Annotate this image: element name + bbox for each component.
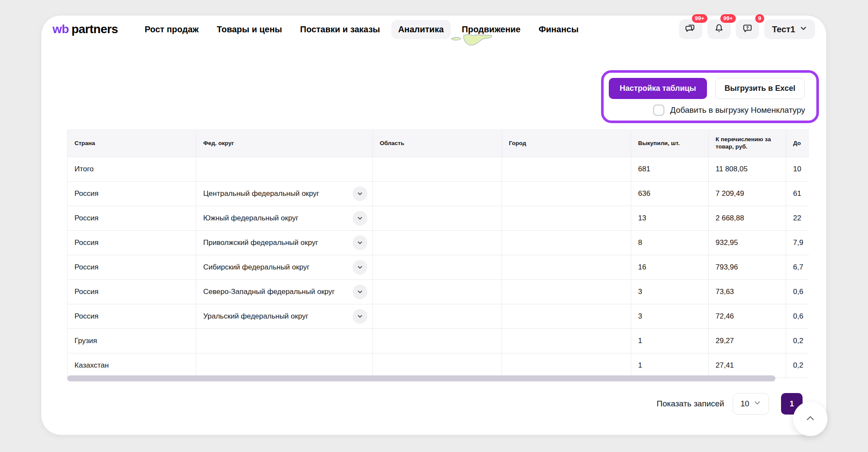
cell-transfer: 11 808,05 bbox=[709, 157, 786, 181]
cell-bought: 1 bbox=[631, 329, 709, 353]
cell-oblast bbox=[373, 280, 502, 304]
cell-share: 10 bbox=[786, 157, 809, 181]
col-header-oblast[interactable]: Область bbox=[373, 130, 502, 157]
cell-city bbox=[502, 231, 631, 255]
expand-row-button[interactable] bbox=[353, 309, 367, 324]
cell-transfer: 27,41 bbox=[709, 353, 786, 378]
cell-city bbox=[502, 157, 631, 181]
wb-partners-logo[interactable]: wbpartners bbox=[53, 22, 118, 36]
expand-row-button[interactable] bbox=[353, 285, 367, 299]
export-excel-button[interactable]: Выгрузить в Excel bbox=[715, 78, 805, 99]
col-header-district[interactable]: Фед. округ bbox=[196, 130, 373, 157]
account-menu-button[interactable]: Тест1 bbox=[764, 19, 815, 39]
table-row: Россия Южный федеральный округ 13 2 668,… bbox=[67, 206, 809, 231]
chat-icon bbox=[685, 23, 696, 36]
cell-share: 7,9 bbox=[786, 231, 809, 255]
expand-row-button[interactable] bbox=[353, 186, 367, 201]
export-nomenclature-row: Добавить в выгрузку Номенклатуру bbox=[609, 105, 810, 116]
table-settings-button[interactable]: Настройка таблицы bbox=[609, 78, 707, 99]
cell-district: Приволжский федеральный округ bbox=[196, 231, 373, 255]
col-header-country[interactable]: Страна bbox=[67, 130, 196, 157]
cell-district bbox=[196, 353, 373, 378]
cell-oblast bbox=[373, 353, 502, 378]
nav-items: Рост продаж Товары и цены Поставки и зак… bbox=[138, 20, 586, 39]
cell-share: 6,7 bbox=[786, 255, 809, 279]
cell-bought: 681 bbox=[631, 157, 709, 181]
expand-row-button[interactable] bbox=[353, 235, 367, 250]
cell-bought: 13 bbox=[631, 206, 709, 230]
cell-bought: 3 bbox=[631, 304, 709, 328]
page-size-value: 10 bbox=[741, 399, 749, 409]
cell-oblast bbox=[373, 304, 502, 328]
toolbar-buttons: Настройка таблицы Выгрузить в Excel bbox=[609, 78, 810, 99]
table-toolbar-panel: Настройка таблицы Выгрузить в Excel Доба… bbox=[601, 70, 819, 123]
nav-right-actions: 99+ 99+ ? 9 bbox=[679, 19, 815, 39]
nav-item-sales-growth[interactable]: Рост продаж bbox=[138, 20, 206, 39]
cell-oblast bbox=[373, 329, 502, 353]
cell-share: 0,6 bbox=[786, 304, 809, 328]
cell-oblast bbox=[373, 255, 502, 279]
col-header-transfer[interactable]: К перечислению за товар, руб. bbox=[709, 130, 786, 157]
cell-district bbox=[196, 329, 373, 353]
col-header-city[interactable]: Город bbox=[502, 130, 631, 157]
page-size-select[interactable]: 10 bbox=[733, 393, 769, 415]
cell-city bbox=[502, 304, 631, 328]
nav-item-goods-prices[interactable]: Товары и цены bbox=[210, 20, 289, 39]
notifications-button[interactable]: 99+ bbox=[707, 19, 731, 39]
district-label: Центральный федеральный округ bbox=[203, 189, 319, 198]
cell-transfer: 793,96 bbox=[709, 255, 786, 279]
cell-city bbox=[502, 255, 631, 279]
pagination-footer: Показать записей 10 1 bbox=[657, 393, 803, 415]
cell-bought: 8 bbox=[631, 231, 709, 255]
cell-transfer: 932,95 bbox=[709, 231, 786, 255]
table-row: Россия Северо-Западный федеральный округ… bbox=[67, 280, 809, 304]
cell-country: Россия bbox=[67, 182, 196, 206]
cell-district: Сибирский федеральный округ bbox=[196, 255, 373, 279]
chat-button[interactable]: 99+ bbox=[679, 19, 702, 39]
svg-text:?: ? bbox=[746, 26, 749, 31]
geography-table: Страна Фед. округ Область Город Выкупили… bbox=[67, 130, 809, 378]
table-row: Казахстан 1 27,41 0,2 bbox=[67, 353, 809, 378]
nav-item-finances[interactable]: Финансы bbox=[532, 20, 586, 39]
main-card: wbpartners Рост продаж Товары и цены Пос… bbox=[41, 15, 827, 435]
col-header-bought[interactable]: Выкупили, шт. bbox=[631, 130, 709, 157]
expand-row-button[interactable] bbox=[353, 260, 367, 275]
cell-bought: 16 bbox=[631, 255, 709, 279]
cell-oblast bbox=[373, 182, 502, 206]
cell-country: Казахстан bbox=[67, 353, 196, 378]
help-badge: 9 bbox=[755, 14, 764, 23]
table-row: Грузия 1 29,27 0,2 bbox=[67, 329, 809, 353]
district-label: Сибирский федеральный округ bbox=[203, 263, 310, 272]
cell-district: Южный федеральный округ bbox=[196, 206, 373, 230]
nav-item-analytics[interactable]: Аналитика bbox=[391, 20, 451, 39]
col-header-share[interactable]: До bbox=[786, 130, 809, 157]
logo-partners: partners bbox=[71, 22, 118, 36]
cell-transfer: 7 209,49 bbox=[709, 182, 786, 206]
cell-share: 0,6 bbox=[786, 280, 809, 304]
cell-district: Северо-Западный федеральный округ bbox=[196, 280, 373, 304]
cell-transfer: 2 668,88 bbox=[709, 206, 786, 230]
table-row: Россия Приволжский федеральный округ 8 9… bbox=[67, 231, 809, 255]
nomenclature-checkbox[interactable] bbox=[653, 105, 664, 116]
nav-item-supplies-orders[interactable]: Поставки и заказы bbox=[293, 20, 387, 39]
cell-share: 0,2 bbox=[786, 353, 809, 378]
cell-transfer: 72,46 bbox=[709, 304, 786, 328]
horizontal-scrollbar[interactable] bbox=[67, 375, 775, 381]
chevron-down-icon bbox=[753, 399, 761, 409]
cell-country: Россия bbox=[67, 206, 196, 230]
cell-district: Центральный федеральный округ bbox=[196, 182, 373, 206]
cell-transfer: 29,27 bbox=[709, 329, 786, 353]
expand-row-button[interactable] bbox=[353, 211, 367, 226]
scroll-to-top-button[interactable] bbox=[793, 402, 828, 436]
logo-wb: wb bbox=[53, 22, 69, 36]
cell-city bbox=[502, 206, 631, 230]
cell-city bbox=[502, 353, 631, 378]
help-button[interactable]: ? 9 bbox=[736, 19, 759, 39]
cell-bought: 1 bbox=[631, 353, 709, 378]
chat-badge: 99+ bbox=[692, 14, 707, 23]
cell-transfer: 73,63 bbox=[709, 280, 786, 304]
help-icon: ? bbox=[742, 23, 753, 36]
cell-district bbox=[196, 157, 373, 181]
account-name: Тест1 bbox=[772, 25, 795, 34]
cell-city bbox=[502, 280, 631, 304]
